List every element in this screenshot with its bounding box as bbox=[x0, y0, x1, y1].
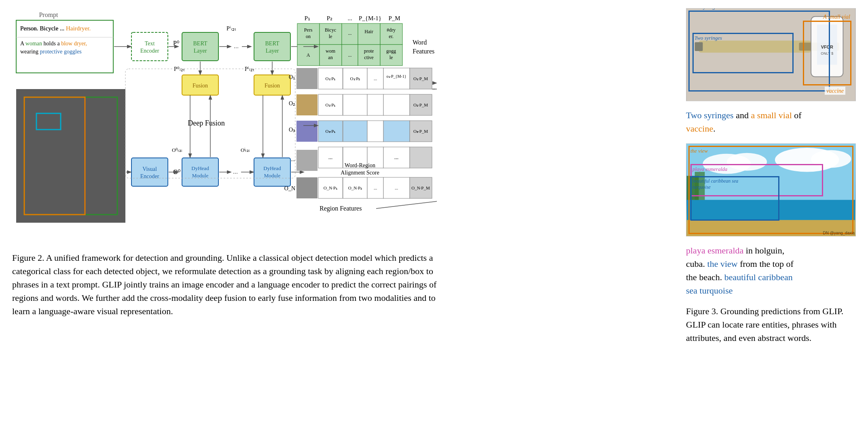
svg-text:gogg: gogg bbox=[386, 48, 396, 54]
svg-text:O₁·P_M: O₁·P_M bbox=[413, 76, 428, 81]
svg-text:...: ... bbox=[374, 76, 377, 81]
svg-text:O_N·P₁: O_N·P₁ bbox=[324, 185, 337, 190]
svg-text:O₃: O₃ bbox=[289, 127, 295, 133]
caption-vaccine: vaccine bbox=[686, 123, 713, 134]
caption-of: of bbox=[794, 110, 801, 120]
svg-text:P₁: P₁ bbox=[305, 15, 310, 21]
caption-from: from the top of bbox=[740, 259, 794, 269]
svg-text:Word: Word bbox=[413, 39, 427, 46]
left-section: Person. Bicycle ... Person. Bicycle ... … bbox=[12, 8, 678, 422]
svg-rect-123 bbox=[343, 121, 367, 142]
bbox-label-two-syringes: Two syringes bbox=[690, 8, 720, 10]
svg-text:Region Features: Region Features bbox=[320, 205, 362, 212]
svg-text:...: ... bbox=[395, 185, 398, 190]
bbox-label-two-syringes-inner: Two syringes bbox=[694, 35, 722, 41]
caption-two-syringes: Two syringes bbox=[686, 110, 734, 120]
svg-text:P_{M-1}: P_{M-1} bbox=[359, 15, 381, 21]
svg-text:P₂: P₂ bbox=[327, 15, 332, 21]
svg-text:Fusion: Fusion bbox=[265, 83, 280, 89]
svg-text:Visual: Visual bbox=[142, 166, 157, 172]
bottom-image-beach: the view playa esmeralda beautiful carib… bbox=[686, 143, 856, 236]
right-top-caption: Two syringes and a small vial of vaccine… bbox=[686, 109, 856, 135]
caption-playa: playa esmeralda bbox=[686, 245, 743, 255]
svg-text:o₁·P_{M-1}: o₁·P_{M-1} bbox=[387, 74, 406, 79]
svg-rect-118 bbox=[383, 94, 410, 115]
beach-image: the view playa esmeralda beautiful carib… bbox=[686, 144, 855, 236]
svg-text:Features: Features bbox=[413, 48, 434, 55]
bbox-label-caribbean: beautiful caribbean seaturquoise bbox=[692, 178, 738, 190]
caption-the-view: the view bbox=[707, 259, 738, 269]
svg-text:O₃·P_M: O₃·P_M bbox=[413, 129, 428, 134]
svg-text:Fusion: Fusion bbox=[193, 83, 208, 89]
svg-text:Module: Module bbox=[264, 172, 281, 179]
svg-text:...: ... bbox=[374, 185, 377, 190]
svg-rect-99 bbox=[296, 68, 318, 89]
svg-text:O₁·P₁: O₁·P₁ bbox=[326, 76, 336, 81]
svg-rect-18 bbox=[182, 32, 218, 61]
svg-text:P⁰ᵢ₂ₜ: P⁰ᵢ₂ₜ bbox=[174, 66, 185, 72]
svg-text:Person. Bicycle ... Hairdryer.: Person. Bicycle ... Hairdryer. bbox=[20, 25, 91, 32]
svg-text:...: ... bbox=[234, 43, 239, 49]
svg-text:Prompt: Prompt bbox=[39, 11, 58, 19]
bbox-label-the-view: the view bbox=[690, 148, 708, 154]
svg-text:Bicyc: Bicyc bbox=[325, 27, 336, 33]
bbox-label-small-vial: A small vial bbox=[823, 14, 850, 20]
svg-text:BERT: BERT bbox=[193, 40, 207, 47]
svg-text:er.: er. bbox=[389, 34, 394, 39]
svg-text:O₁: O₁ bbox=[289, 74, 295, 80]
svg-text:O₂·P_M: O₂·P_M bbox=[413, 102, 428, 107]
bbox-two-syringes-inner: Two syringes bbox=[692, 33, 794, 73]
svg-text:Deep Fusion: Deep Fusion bbox=[188, 119, 225, 127]
svg-text:Layer: Layer bbox=[194, 48, 207, 54]
svg-rect-110 bbox=[383, 68, 410, 89]
svg-text:A: A bbox=[307, 52, 310, 58]
svg-text:O₃·P₁: O₃·P₁ bbox=[326, 129, 336, 134]
svg-text:le: le bbox=[329, 34, 332, 39]
svg-text:A woman holds a blow dryer,: A woman holds a blow dryer, bbox=[20, 40, 87, 47]
svg-rect-37 bbox=[131, 158, 168, 186]
svg-text:Hair: Hair bbox=[364, 29, 373, 34]
right-bottom-caption: playa esmeralda in holguin, cuba. the vi… bbox=[686, 244, 856, 297]
svg-text:...: ... bbox=[394, 154, 399, 160]
svg-text:Module: Module bbox=[192, 172, 209, 179]
svg-rect-100 bbox=[296, 94, 318, 115]
svg-text:an: an bbox=[328, 55, 332, 60]
caption-cuba: cuba. bbox=[686, 259, 707, 269]
svg-text:...: ... bbox=[233, 168, 238, 175]
svg-rect-25 bbox=[254, 32, 290, 61]
caption-period: . bbox=[713, 123, 716, 134]
svg-text:on: on bbox=[306, 34, 311, 39]
svg-text:...: ... bbox=[328, 154, 333, 160]
svg-line-157 bbox=[376, 200, 437, 209]
caption-beautiful: beautiful caribbean bbox=[724, 272, 793, 282]
svg-text:...: ... bbox=[291, 156, 296, 162]
svg-rect-134 bbox=[410, 147, 432, 168]
svg-text:...: ... bbox=[348, 30, 352, 36]
svg-text:P⁰: P⁰ bbox=[173, 40, 179, 47]
caption-holguin: in holguin, bbox=[746, 245, 784, 255]
svg-rect-125 bbox=[383, 121, 410, 142]
svg-text:...: ... bbox=[348, 52, 352, 58]
svg-text:Layer: Layer bbox=[266, 48, 279, 54]
svg-rect-51 bbox=[254, 158, 290, 186]
main-container: Person. Bicycle ... Person. Bicycle ... … bbox=[0, 0, 868, 430]
svg-text:wearing protective goggles: wearing protective goggles bbox=[20, 49, 82, 55]
bbox-label-playa: playa esmeralda bbox=[692, 166, 727, 172]
svg-rect-103 bbox=[296, 177, 318, 198]
svg-text:...: ... bbox=[347, 15, 352, 21]
svg-text:Encoder: Encoder bbox=[140, 173, 159, 179]
svg-rect-116 bbox=[343, 94, 367, 115]
svg-text:O_N·P₂: O_N·P₂ bbox=[348, 185, 362, 190]
svg-text:prote: prote bbox=[364, 48, 374, 54]
attribution: DN @yang_daxia bbox=[823, 231, 855, 235]
svg-text:O⁰ₜ₂ᵢ: O⁰ₜ₂ᵢ bbox=[172, 147, 182, 153]
svg-text:Pⁱᵢ₂ₜ: Pⁱᵢ₂ₜ bbox=[227, 26, 236, 32]
right-section: VFOR ONLY $ Two syringes A small vial Tw… bbox=[686, 8, 856, 422]
svg-rect-102 bbox=[296, 150, 318, 171]
figure2-caption-text: Figure 2. A unified framework for detect… bbox=[12, 253, 436, 316]
svg-text:Encoder: Encoder bbox=[140, 48, 159, 54]
svg-text:DyHead: DyHead bbox=[263, 165, 281, 171]
svg-text:Pers: Pers bbox=[304, 27, 313, 33]
caption-and: and bbox=[736, 110, 751, 120]
caption-sea-turquoise: sea turquoise bbox=[686, 285, 733, 296]
